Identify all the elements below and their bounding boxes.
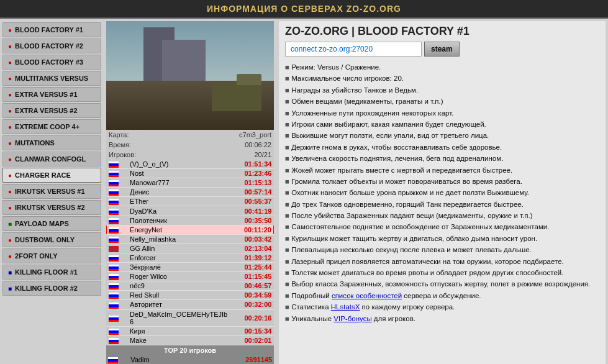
top20-container: Vadim2691145Dark_Soul2448800balbes226533… <box>106 355 274 364</box>
feature-item-20: Подробный список особенностей сервера и … <box>285 290 599 301</box>
player-name: Киря <box>128 326 229 335</box>
sidebar-label-10: IRKUTSK VERSUS #1 <box>15 188 84 195</box>
player-score: 00:15:34 <box>229 326 273 335</box>
top20-score: 2691145 <box>228 355 274 364</box>
sidebar-label-3: MULTITANKS VERSUS <box>15 75 88 82</box>
player-score: 00:11:20 <box>229 225 273 234</box>
feature-item-7: Держите гнома в руках, чтобы восстанавли… <box>285 142 599 153</box>
player-score: 01:51:34 <box>229 160 273 169</box>
table-row: Денис00:57:14 <box>107 188 274 197</box>
sidebar-item-10[interactable]: ●IRKUTSK VERSUS #1 <box>2 184 101 199</box>
player-flag <box>107 225 129 234</box>
player-name: Nelly_milashka <box>128 234 229 243</box>
table-row: Полотенчик00:35:50 <box>107 216 274 225</box>
player-score: 00:34:59 <box>229 291 273 300</box>
server-title: ZO-ZO.ORG | BLOOD FACTORY #1 <box>285 25 599 38</box>
sidebar-label-1: BLOOD FACTORY #2 <box>15 42 83 50</box>
feature-item-4: Усложненные пути прохождения некоторых к… <box>285 107 599 119</box>
server-top: Карта: c7m3_port Время: 00:06:22 Игроков… <box>106 21 606 364</box>
player-score: 01:15:45 <box>229 272 273 281</box>
player-name: (V)_O_o_(V) <box>128 160 229 169</box>
player-name: Полотенчик <box>128 216 229 225</box>
feature-item-10: Громила толкает объекты и может поворачи… <box>285 176 599 187</box>
table-row: EnergyNet00:11:20 <box>107 225 274 234</box>
feature-item-11: Охотник наносит больше урона прыжком и н… <box>285 187 599 198</box>
table-row: Manowar77701:15:13 <box>107 178 274 188</box>
sidebar-item-7[interactable]: ●MUTATIONS <box>2 135 101 150</box>
main-layout: ●BLOOD FACTORY #1●BLOOD FACTORY #2●BLOOD… <box>0 19 608 364</box>
sidebar-item-9[interactable]: ●CHARGER RACE <box>2 168 101 183</box>
player-name: Авторитет <box>128 300 229 309</box>
sidebar-icon-7: ● <box>8 140 12 147</box>
sidebar-item-14[interactable]: ●2FORT ONLY <box>2 248 101 263</box>
feature-item-21: Статистика HLstatsX по каждому игроку се… <box>285 301 599 312</box>
table-row: GG Allin02:13:04 <box>107 243 274 253</box>
server-right-panel: ZO-ZO.ORG | BLOOD FACTORY #1 connect zo-… <box>279 21 606 364</box>
sidebar-item-16[interactable]: ■KILLING FLOOR #2 <box>2 281 101 296</box>
sidebar-item-15[interactable]: ■KILLING FLOOR #1 <box>2 265 101 280</box>
sidebar-item-11[interactable]: ●IRKUTSK VERSUS #2 <box>2 200 101 215</box>
sidebar-label-5: EXTRA VERSUS #2 <box>15 107 77 114</box>
server-left-panel: Карта: c7m3_port Время: 00:06:22 Игроков… <box>106 21 274 364</box>
sidebar-item-3[interactable]: ●MULTITANKS VERSUS <box>2 71 101 86</box>
sidebar: ●BLOOD FACTORY #1●BLOOD FACTORY #2●BLOOD… <box>0 19 104 364</box>
feature-item-16: Плевальщица несколько секунд после плевк… <box>285 244 599 255</box>
table-row: Enforcer01:39:12 <box>107 253 274 262</box>
sidebar-label-4: EXTRA VERSUS #1 <box>15 91 77 98</box>
player-flag <box>107 335 129 345</box>
player-flag <box>107 169 129 178</box>
map-info: Карта: c7m3_port <box>106 130 274 140</box>
map-value: c7m3_port <box>239 131 271 139</box>
player-score: 00:55:37 <box>229 197 273 206</box>
sidebar-item-1[interactable]: ●BLOOD FACTORY #2 <box>2 39 101 53</box>
sidebar-icon-4: ● <box>8 91 12 98</box>
table-row: Nelly_milashka00:03:42 <box>107 234 274 243</box>
time-label: Время: <box>109 141 131 148</box>
steam-button[interactable]: steam <box>424 42 460 57</box>
content-area: Карта: c7m3_port Время: 00:06:22 Игроков… <box>104 19 608 364</box>
player-name: Roger Wilco <box>128 272 229 281</box>
table-row: Авторитет00:32:00 <box>107 300 274 309</box>
feature-item-0: Режим: Versus / Сражение. <box>285 61 599 73</box>
player-name: Red Skull <box>128 291 229 300</box>
sidebar-label-16: KILLING FLOOR #2 <box>15 284 78 292</box>
feature-item-2: Награды за убийство Танков и Ведьм. <box>285 84 599 96</box>
player-flag <box>107 216 129 225</box>
features-link[interactable]: список особенностей <box>332 292 402 299</box>
sidebar-item-12[interactable]: ■PAYLOAD MAPS <box>2 216 101 231</box>
sidebar-label-0: BLOOD FACTORY #1 <box>15 26 83 34</box>
feature-item-13: После убийства Зараженных падают вещи (м… <box>285 210 599 221</box>
connect-box: connect zo-zo.org:27020 steam <box>285 42 599 57</box>
feature-item-15: Курильщик может тащить жертву и двигатьс… <box>285 233 599 244</box>
hlstats-link[interactable]: HLstatsX <box>331 303 360 311</box>
sidebar-item-5[interactable]: ●EXTRA VERSUS #2 <box>2 103 101 118</box>
player-name: Make <box>128 335 229 345</box>
top20-header: TOP 20 игроков <box>106 345 274 355</box>
sidebar-item-4[interactable]: ●EXTRA VERSUS #1 <box>2 87 101 102</box>
player-flag <box>107 234 129 243</box>
sidebar-icon-2: ● <box>8 59 12 66</box>
player-list-container: (V)_O_o_(V)01:51:34Nost01:23:46Manowar77… <box>106 160 274 345</box>
sidebar-item-0[interactable]: ●BLOOD FACTORY #1 <box>2 22 101 37</box>
feature-item-12: До трех Танков одновременно, горящий Тан… <box>285 199 599 210</box>
sidebar-item-2[interactable]: ●BLOOD FACTORY #3 <box>2 55 101 70</box>
sidebar-item-6[interactable]: ●EXTREME COOP 4+ <box>2 119 101 134</box>
player-flag <box>107 272 129 281</box>
header-title: ИНФОРМАЦИЯ О СЕРВЕРАХ ZO-ZO.ORG <box>207 4 401 14</box>
player-score: 01:15:13 <box>229 178 273 188</box>
table-row: DeD_MaKcIm_OCEMEHyTEJIb 600:20:16 <box>107 309 274 326</box>
sidebar-icon-0: ● <box>8 27 12 34</box>
sidebar-icon-14: ● <box>8 253 12 260</box>
player-name: DyaD'Ka <box>128 206 229 216</box>
sidebar-item-8[interactable]: ●CLANWAR CONFOGL <box>2 152 101 166</box>
table-row: (V)_O_o_(V)01:51:34 <box>107 160 274 169</box>
connect-string[interactable]: connect zo-zo.org:27020 <box>285 42 422 57</box>
player-score: 00:46:57 <box>229 281 273 291</box>
sidebar-item-13[interactable]: ●DUSTBOWL ONLY <box>2 232 101 247</box>
player-score: 00:03:42 <box>229 234 273 243</box>
player-score: 00:02:01 <box>229 335 273 345</box>
sidebar-label-15: KILLING FLOOR #1 <box>15 268 78 276</box>
vip-link[interactable]: VIP-бонусы <box>333 315 371 322</box>
feature-item-1: Максимальное число игроков: 20. <box>285 73 599 84</box>
player-score: 00:20:16 <box>229 309 273 326</box>
